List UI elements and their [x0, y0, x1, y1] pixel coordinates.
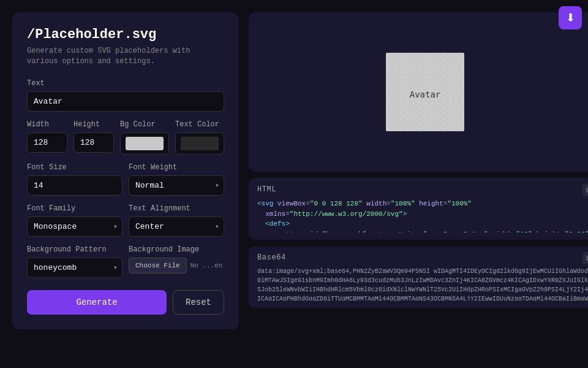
text-color-field: Text Color [175, 120, 224, 155]
svg-text:Avatar: Avatar [410, 90, 441, 99]
font-weight-select-wrapper: Normal Bold Light [129, 175, 224, 196]
copy-html-button[interactable]: ⧉ [582, 184, 588, 196]
font-weight-label: Font Weight [129, 163, 224, 172]
bg-image-label: Background Image [129, 245, 224, 254]
base64-code-block: data:image/svg+xml;base64,PHN2ZyB2aWV3Qm… [257, 267, 588, 301]
text-color-swatch-wrapper[interactable] [175, 132, 224, 155]
bg-color-swatch [126, 137, 164, 150]
font-family-select-wrapper: Monospace Serif Sans-serif [27, 217, 123, 237]
text-align-field: Text Alignment Center Left Right [129, 204, 224, 237]
html-code-section: HTML ⧉ <svg viewBox="0 0 128 128" width=… [249, 178, 588, 240]
action-buttons-row: Generate Reset [27, 290, 224, 315]
download-icon: ⬇ [566, 11, 575, 25]
left-panel: /Placeholder.svg Generate custom SVG pla… [12, 12, 239, 329]
bg-pattern-select-wrapper: honeycomb dots grid diagonal none [27, 258, 123, 278]
width-label: Width [27, 120, 67, 129]
file-name-text: No ...en [190, 262, 223, 269]
text-label: Text [27, 79, 224, 88]
font-weight-select[interactable]: Normal Bold Light [129, 175, 224, 196]
app-title: /Placeholder.svg [27, 27, 224, 42]
base64-section-title: Base64 [257, 253, 588, 262]
font-family-label: Font Family [27, 204, 123, 213]
text-input[interactable] [27, 91, 224, 112]
bg-color-swatch-wrapper[interactable] [120, 132, 169, 155]
bg-pattern-select[interactable]: honeycomb dots grid diagonal none [27, 258, 123, 278]
text-color-label: Text Color [175, 120, 224, 129]
right-panel: Avatar HTML ⧉ <svg viewBox="0 0 128 128"… [249, 12, 588, 308]
preview-area: Avatar [249, 12, 588, 172]
height-label: Height [74, 120, 114, 129]
height-input[interactable] [74, 132, 114, 153]
bg-pattern-field: Background Pattern honeycomb dots grid d… [27, 245, 123, 278]
bg-color-field: Bg Color [120, 120, 169, 155]
bg-image-field: Background Image Choose File No ...en [129, 245, 224, 278]
app-subtitle: Generate custom SVG placeholders with va… [27, 46, 224, 67]
app-container: ⬇ /Placeholder.svg Generate custom SVG p… [0, 0, 588, 368]
font-family-field: Font Family Monospace Serif Sans-serif [27, 204, 123, 237]
font-size-field: Font Size [27, 163, 123, 196]
text-field-section: Text [27, 79, 224, 112]
font-weight-field: Font Weight Normal Bold Light [129, 163, 224, 196]
text-color-swatch [181, 137, 219, 150]
dimensions-row: Width Height Bg Color Text Color [27, 120, 224, 155]
html-code-block: <svg viewBox="0 0 128 128" width="100%" … [257, 199, 588, 232]
generate-button[interactable]: Generate [27, 290, 167, 315]
width-input[interactable] [27, 132, 67, 153]
font-row: Font Size Font Weight Normal Bold Light [27, 163, 224, 196]
font-size-label: Font Size [27, 163, 123, 172]
font-family-select[interactable]: Monospace Serif Sans-serif [27, 217, 123, 237]
svg-preview: Avatar [386, 53, 464, 131]
copy-base64-button[interactable]: ⧉ [582, 252, 588, 264]
width-field: Width [27, 120, 67, 155]
bg-color-label: Bg Color [120, 120, 169, 129]
font-family-row: Font Family Monospace Serif Sans-serif T… [27, 204, 224, 237]
text-align-select[interactable]: Center Left Right [129, 217, 224, 237]
html-section-title: HTML [257, 185, 588, 194]
pattern-row: Background Pattern honeycomb dots grid d… [27, 245, 224, 278]
bg-pattern-label: Background Pattern [27, 245, 123, 254]
file-input-wrapper: Choose File No ...en [129, 258, 224, 274]
base64-code-section: Base64 ⧉ data:image/svg+xml;base64,PHN2Z… [249, 246, 588, 308]
text-align-select-wrapper: Center Left Right [129, 217, 224, 237]
preview-svg: Avatar [386, 53, 464, 131]
download-button[interactable]: ⬇ [559, 6, 582, 29]
text-align-label: Text Alignment [129, 204, 224, 213]
font-size-input[interactable] [27, 175, 123, 196]
height-field: Height [74, 120, 114, 155]
choose-file-button[interactable]: Choose File [129, 258, 187, 274]
reset-button[interactable]: Reset [173, 290, 224, 315]
